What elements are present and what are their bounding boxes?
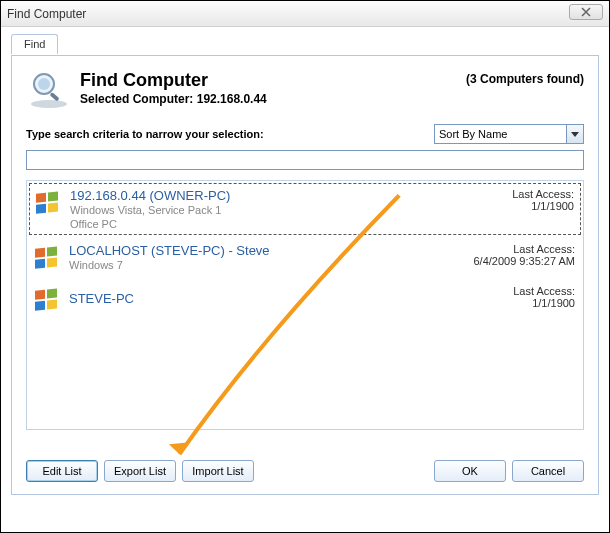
computer-os: Windows Vista, Service Pack 1 xyxy=(70,203,446,218)
ok-button[interactable]: OK xyxy=(434,460,506,482)
sort-dropdown[interactable]: Sort By Name xyxy=(434,124,584,144)
svg-rect-8 xyxy=(35,248,45,258)
cancel-button[interactable]: Cancel xyxy=(512,460,584,482)
tabstrip: Find xyxy=(11,33,599,55)
computer-name: STEVE-PC xyxy=(69,291,134,306)
svg-rect-13 xyxy=(47,288,57,298)
main-panel: (3 Computers found) Find Computer Select… xyxy=(11,55,599,495)
svg-rect-6 xyxy=(36,204,46,214)
edit-list-button[interactable]: Edit List xyxy=(26,460,98,482)
selected-computer-label: Selected Computer: 192.168.0.44 xyxy=(80,92,267,106)
windows-logo-icon xyxy=(34,190,62,218)
list-item[interactable]: STEVE-PC Last Access: 1/1/1900 xyxy=(27,279,583,321)
close-icon xyxy=(580,7,592,17)
sort-selected: Sort By Name xyxy=(439,128,507,140)
windows-logo-icon xyxy=(33,287,61,315)
last-access-label: Last Access: xyxy=(447,243,575,255)
svg-point-2 xyxy=(38,78,50,90)
svg-rect-4 xyxy=(36,193,46,203)
page-title: Find Computer xyxy=(80,70,267,91)
last-access-label: Last Access: xyxy=(446,188,574,200)
windows-logo-icon xyxy=(33,245,61,273)
last-access-label: Last Access: xyxy=(447,285,575,297)
computer-name: 192.168.0.44 (OWNER-PC) xyxy=(70,188,446,203)
svg-rect-9 xyxy=(47,246,57,256)
computer-tag: Office PC xyxy=(70,218,446,230)
svg-rect-15 xyxy=(47,299,57,309)
titlebar: Find Computer xyxy=(1,1,609,27)
computer-list: 192.168.0.44 (OWNER-PC) Windows Vista, S… xyxy=(26,180,584,430)
svg-rect-14 xyxy=(35,301,45,311)
svg-rect-12 xyxy=(35,290,45,300)
last-access-date: 6/4/2009 9:35:27 AM xyxy=(447,255,575,267)
svg-point-0 xyxy=(31,100,67,108)
export-list-button[interactable]: Export List xyxy=(104,460,176,482)
svg-rect-5 xyxy=(48,191,58,201)
search-input[interactable] xyxy=(26,150,584,170)
found-count: (3 Computers found) xyxy=(466,72,584,86)
search-icon xyxy=(26,70,72,110)
list-item[interactable]: 192.168.0.44 (OWNER-PC) Windows Vista, S… xyxy=(29,183,581,235)
tab-find[interactable]: Find xyxy=(11,34,58,54)
list-item[interactable]: LOCALHOST (STEVE-PC) - Steve Windows 7 L… xyxy=(27,237,583,279)
computer-os: Windows 7 xyxy=(69,258,447,273)
svg-rect-7 xyxy=(48,202,58,212)
last-access-date: 1/1/1900 xyxy=(447,297,575,309)
chevron-down-icon xyxy=(566,125,583,143)
svg-rect-11 xyxy=(47,257,57,267)
svg-rect-10 xyxy=(35,259,45,269)
computer-name: LOCALHOST (STEVE-PC) - Steve xyxy=(69,243,447,258)
criteria-label: Type search criteria to narrow your sele… xyxy=(26,128,434,140)
import-list-button[interactable]: Import List xyxy=(182,460,254,482)
window-title: Find Computer xyxy=(7,7,86,21)
close-button[interactable] xyxy=(569,4,603,20)
last-access-date: 1/1/1900 xyxy=(446,200,574,212)
svg-marker-16 xyxy=(169,442,190,454)
